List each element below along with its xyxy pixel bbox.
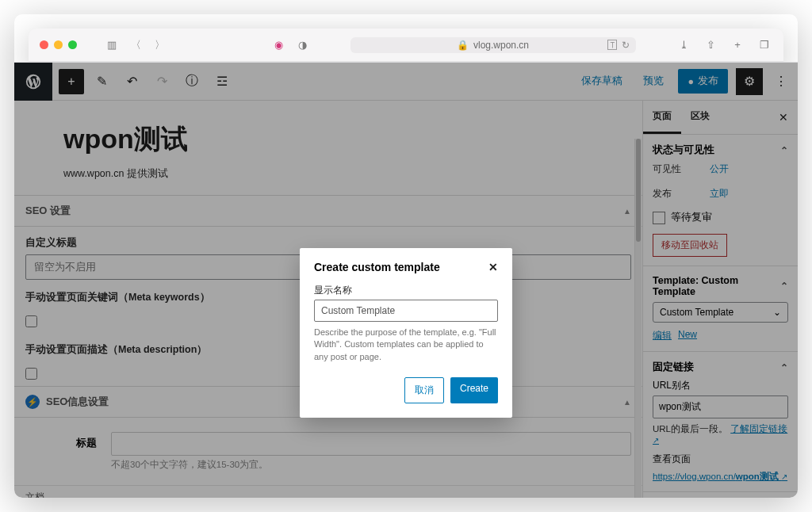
modal-description: Describe the purpose of the template, e.… <box>314 322 498 363</box>
shield-icon[interactable]: ◑ <box>294 37 310 53</box>
share-icon[interactable]: ⇧ <box>703 37 718 53</box>
window-controls <box>40 40 77 49</box>
reader-icon[interactable]: 🅃 <box>607 40 617 51</box>
create-template-modal: Create custom template ✕ 显示名称 Describe t… <box>300 248 512 418</box>
browser-chrome: ▥ 〈 〉 ◉ ◑ 🔒 vlog.wpon.cn 🅃 ↻ ⤓ ⇧ + ❐ <box>29 29 783 62</box>
tabs-icon[interactable]: ❐ <box>756 37 772 53</box>
maximize-window-icon[interactable] <box>68 40 77 49</box>
new-tab-icon[interactable]: + <box>730 37 745 53</box>
address-bar-text: vlog.wpon.cn <box>473 40 529 51</box>
lock-icon: 🔒 <box>457 40 469 51</box>
close-window-icon[interactable] <box>40 40 48 49</box>
modal-name-input[interactable] <box>314 300 498 322</box>
app-icon-1[interactable]: ◉ <box>270 37 286 53</box>
minimize-window-icon[interactable] <box>54 40 63 49</box>
back-icon[interactable]: 〈 <box>128 37 144 53</box>
modal-create-button[interactable]: Create <box>450 377 498 403</box>
modal-title: Create custom template <box>314 261 440 273</box>
reload-icon[interactable]: ↻ <box>622 40 630 51</box>
forward-icon[interactable]: 〉 <box>151 37 167 53</box>
modal-cancel-button[interactable]: 取消 <box>404 377 444 403</box>
download-icon[interactable]: ⤓ <box>676 37 691 53</box>
modal-close-icon[interactable]: ✕ <box>488 261 498 273</box>
sidebar-toggle-icon[interactable]: ▥ <box>104 37 120 53</box>
modal-name-label: 显示名称 <box>314 285 498 300</box>
address-bar[interactable]: 🔒 vlog.wpon.cn 🅃 ↻ <box>350 37 636 53</box>
